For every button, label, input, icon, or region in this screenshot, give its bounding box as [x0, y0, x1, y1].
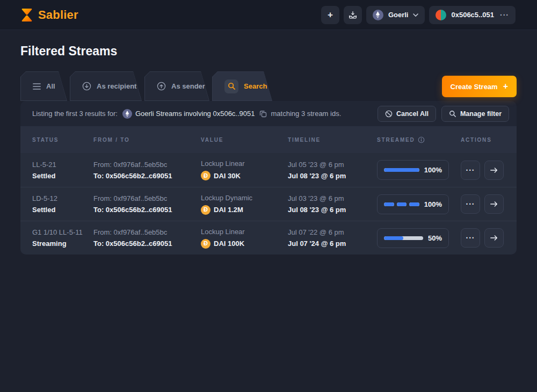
ellipsis-icon: ··· — [466, 234, 475, 242]
ellipsis-icon: ··· — [466, 200, 475, 208]
sablier-logo[interactable]: Sablier — [20, 8, 78, 23]
brand-name: Sablier — [38, 8, 78, 22]
top-bar: Sablier + Goerli — [0, 0, 537, 30]
account-address: 0x506c5..051 — [451, 11, 494, 19]
create-stream-button[interactable]: Create Stream + — [442, 76, 517, 97]
manage-filter-label: Manage filter — [460, 110, 502, 118]
stream-end: Jul 07 '24 @ 6 pm — [288, 239, 377, 248]
streamed-progress: 50% — [377, 228, 449, 248]
stream-from: From: 0xf976af..5eb5bc — [93, 228, 201, 236]
column-header-timeline: TIMELINE — [288, 137, 377, 143]
sablier-hourglass-icon — [20, 8, 33, 23]
dai-token-icon: Đ — [201, 171, 211, 180]
inbox-button[interactable] — [344, 6, 362, 24]
account-menu[interactable]: 0x506c5..051 ··· — [429, 6, 516, 24]
stream-status: Settled — [32, 172, 93, 180]
tab-search[interactable]: Search — [212, 71, 272, 101]
ethereum-icon — [122, 109, 132, 119]
stream-id: G1 1/10 LL-5-11 — [32, 228, 93, 236]
row-open-button[interactable] — [484, 194, 504, 214]
column-header-value: VALUE — [201, 137, 288, 143]
tab-all[interactable]: All — [20, 71, 67, 101]
cancel-all-button[interactable]: Cancel All — [378, 106, 436, 122]
arrow-right-icon — [490, 234, 498, 242]
ethereum-icon — [373, 10, 383, 20]
copy-icon[interactable] — [259, 110, 267, 118]
row-more-button[interactable]: ··· — [461, 228, 480, 248]
stream-from: From: 0xf976af..5eb5bc — [93, 194, 201, 202]
tab-all-label: All — [46, 82, 55, 90]
stream-start: Jul 07 '22 @ 6 pm — [288, 228, 377, 236]
progress-bar — [384, 236, 423, 240]
streamed-progress: 100% — [377, 160, 449, 180]
tab-as-sender[interactable]: As sender — [144, 71, 209, 101]
table-body: LL-5-21 Settled From: 0xf976af..5eb5bc T… — [20, 153, 517, 255]
column-header-actions: ACTIONS — [461, 137, 517, 143]
filter-scope: Goerli Streams involving 0x506c..9051 — [135, 110, 255, 118]
network-selector[interactable]: Goerli — [366, 6, 425, 24]
row-more-button[interactable]: ··· — [461, 161, 480, 180]
table-row[interactable]: LL-5-21 Settled From: 0xf976af..5eb5bc T… — [20, 153, 517, 187]
stream-shape: Lockup Linear — [201, 159, 288, 168]
streamed-progress: 100% — [377, 194, 449, 214]
cancel-all-label: Cancel All — [396, 110, 429, 118]
progress-percent: 100% — [424, 200, 442, 208]
progress-percent: 50% — [428, 234, 442, 242]
sablier-app: Sablier + Goerli — [0, 0, 537, 392]
arrow-right-icon — [490, 200, 498, 208]
search-icon — [224, 79, 238, 93]
info-icon[interactable] — [418, 136, 425, 143]
row-more-button[interactable]: ··· — [461, 194, 480, 214]
stream-end: Jul 08 '23 @ 6 pm — [288, 206, 377, 214]
stream-amount: DAI 100K — [214, 239, 244, 248]
stream-shape: Lockup Dynamic — [201, 194, 288, 202]
filter-summary-bar: Listing the first 3 results for: Goerli … — [20, 101, 517, 126]
page-title: Filtered Streams — [20, 44, 517, 59]
row-open-button[interactable] — [484, 228, 504, 248]
plus-icon: + — [503, 82, 508, 91]
table-row[interactable]: G1 1/10 LL-5-11 Streaming From: 0xf976af… — [20, 221, 517, 255]
stream-start: Jul 05 '23 @ 6 pm — [288, 161, 377, 169]
plus-icon: + — [328, 10, 333, 19]
filter-text-prefix: Listing the first 3 results for: — [32, 110, 118, 118]
stream-to: To: 0x506c56b2..c69051 — [93, 239, 201, 248]
stream-shape: Lockup Linear — [201, 228, 288, 236]
stream-to: To: 0x506c56b2..c69051 — [93, 172, 201, 180]
search-icon — [449, 110, 456, 118]
list-icon — [33, 83, 41, 90]
column-header-from-to: FROM / TO — [93, 137, 201, 143]
stream-amount: DAI 1.2M — [214, 206, 243, 214]
table-row[interactable]: LD-5-12 Settled From: 0xf976af..5eb5bc T… — [20, 187, 517, 221]
tab-sender-label: As sender — [171, 82, 205, 90]
chevron-down-icon — [413, 13, 418, 17]
inbox-icon — [348, 10, 358, 20]
progress-bar — [384, 168, 419, 172]
stream-start: Jul 03 '23 @ 6 pm — [288, 194, 377, 202]
tab-search-label: Search — [244, 82, 267, 90]
stream-status: Settled — [32, 206, 93, 214]
column-header-streamed: STREAMED — [377, 136, 461, 143]
manage-filter-button[interactable]: Manage filter — [441, 106, 509, 122]
account-more-icon: ··· — [500, 11, 509, 19]
account-avatar — [436, 10, 446, 20]
tab-as-recipient[interactable]: As recipient — [70, 71, 142, 101]
stream-id: LD-5-12 — [32, 194, 93, 202]
arrow-down-circle-icon — [82, 82, 91, 91]
row-open-button[interactable] — [484, 161, 504, 180]
tab-recipient-label: As recipient — [97, 82, 136, 90]
progress-percent: 100% — [424, 166, 442, 174]
streamed-label: STREAMED — [377, 137, 415, 143]
header-actions: + Goerli — [321, 6, 516, 24]
stream-end: Jul 08 '23 @ 6 pm — [288, 172, 377, 180]
progress-bar — [384, 202, 419, 206]
stream-amount: DAI 30K — [214, 172, 241, 180]
filter-actions: Cancel All Manage filter — [378, 106, 509, 122]
new-stream-button[interactable]: + — [321, 6, 339, 24]
tabs-row: All As recipient — [20, 71, 517, 101]
stream-to: To: 0x506c56b2..c69051 — [93, 206, 201, 214]
network-label: Goerli — [388, 11, 409, 19]
stream-from: From: 0xf976af..5eb5bc — [93, 161, 201, 169]
table-header: STATUS FROM / TO VALUE TIMELINE STREAMED… — [20, 126, 517, 153]
dai-token-icon: Đ — [201, 205, 211, 215]
streams-panel: Listing the first 3 results for: Goerli … — [20, 101, 517, 255]
